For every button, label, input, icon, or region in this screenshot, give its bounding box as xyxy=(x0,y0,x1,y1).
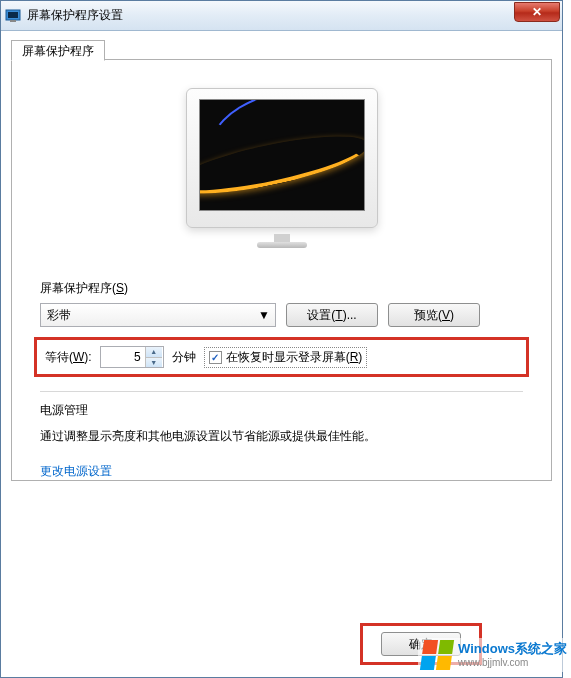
resume-checkbox-wrap[interactable]: ✓ 在恢复时显示登录屏幕(R) xyxy=(204,347,368,368)
spinner-up[interactable]: ▲ xyxy=(146,347,162,358)
power-section: 电源管理 通过调整显示亮度和其他电源设置以节省能源或提供最佳性能。 更改电源设置 xyxy=(12,392,551,480)
close-icon: ✕ xyxy=(532,5,542,19)
watermark: Windows系统之家 www.bjjmlv.com xyxy=(418,638,571,672)
monitor-graphic xyxy=(186,88,378,248)
dropdown-value: 彩带 xyxy=(47,307,71,324)
screensaver-section: 屏幕保护程序(S) 彩带 ▼ 设置(T)... 预览(V) xyxy=(12,280,551,327)
chevron-down-icon: ▼ xyxy=(255,306,273,324)
watermark-title: Windows系统之家 xyxy=(458,642,567,656)
dialog-window: 屏幕保护程序设置 ✕ 屏幕保护程序 xyxy=(0,0,563,678)
titlebar: 屏幕保护程序设置 ✕ xyxy=(1,1,562,31)
wait-label: 等待(W): xyxy=(45,349,92,366)
wait-spinner[interactable]: ▲ ▼ xyxy=(100,346,164,368)
content-area: 屏幕保护程序 xyxy=(1,31,562,677)
watermark-url: www.bjjmlv.com xyxy=(458,657,567,668)
wait-highlight: 等待(W): ▲ ▼ 分钟 ✓ xyxy=(34,337,529,377)
screensaver-label: 屏幕保护程序(S) xyxy=(40,280,523,297)
screensaver-dropdown[interactable]: 彩带 ▼ xyxy=(40,303,276,327)
preview-screen xyxy=(199,99,365,211)
wait-unit: 分钟 xyxy=(172,349,196,366)
wait-input[interactable] xyxy=(101,347,145,367)
power-title: 电源管理 xyxy=(40,402,523,419)
resume-checkbox[interactable]: ✓ xyxy=(209,351,222,364)
settings-button[interactable]: 设置(T)... xyxy=(286,303,378,327)
resume-label: 在恢复时显示登录屏幕(R) xyxy=(226,349,363,366)
power-settings-link[interactable]: 更改电源设置 xyxy=(40,463,523,480)
spinner-down[interactable]: ▼ xyxy=(146,358,162,368)
window-title: 屏幕保护程序设置 xyxy=(27,7,123,24)
svg-rect-2 xyxy=(10,20,16,22)
windows-logo-icon xyxy=(420,640,454,670)
tab-screensaver[interactable]: 屏幕保护程序 xyxy=(11,40,105,61)
window-icon xyxy=(5,8,21,24)
power-description: 通过调整显示亮度和其他电源设置以节省能源或提供最佳性能。 xyxy=(40,427,523,445)
svg-rect-1 xyxy=(8,12,18,18)
tab-body: 屏幕保护程序 xyxy=(11,59,552,481)
preview-area xyxy=(12,60,551,268)
tab-panel: 屏幕保护程序 xyxy=(11,59,552,481)
preview-button[interactable]: 预览(V) xyxy=(388,303,480,327)
close-button[interactable]: ✕ xyxy=(514,2,560,22)
